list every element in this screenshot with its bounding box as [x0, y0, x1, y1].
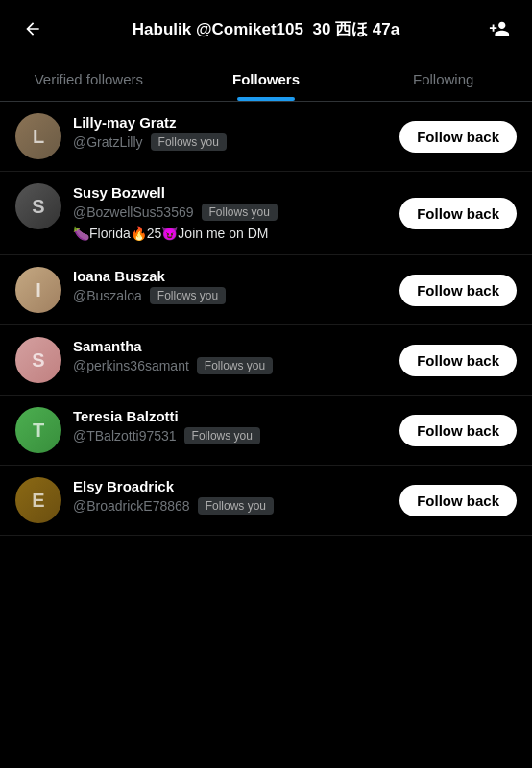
user-handle-row: @perkins36samant Follows you [73, 357, 388, 374]
user-info: Samantha @perkins36samant Follows you [73, 337, 388, 374]
follows-you-badge: Follows you [198, 497, 274, 515]
avatar: T [15, 407, 61, 453]
user-name: Samantha [73, 337, 388, 356]
user-handle-row: @BozwellSus53569 Follows you [73, 204, 388, 221]
user-handle-row: @TBalzotti97531 Follows you [73, 427, 388, 444]
list-item: E Elsy Broadrick @BroadrickE78868 Follow… [0, 466, 532, 536]
user-name: Elsy Broadrick [73, 477, 388, 496]
list-item: S Susy Bozwell @BozwellSus53569 Follows … [0, 172, 532, 255]
user-info: Lilly-may Gratz @GratzLilly Follows you [73, 113, 388, 151]
avatar: S [15, 183, 61, 229]
list-item: T Teresia Balzotti @TBalzotti97531 Follo… [0, 396, 532, 466]
user-name: Susy Bozwell [73, 183, 388, 203]
user-handle-row: @BroadrickE78868 Follows you [73, 497, 388, 515]
follows-you-badge: Follows you [184, 427, 260, 444]
tab-following[interactable]: Following [354, 58, 532, 101]
list-item: S Samantha @perkins36samant Follows you … [0, 325, 532, 396]
follow-back-button[interactable]: Follow back [399, 275, 517, 306]
user-bio: 🍆Florida🔥25😈Join me on DM [73, 225, 388, 244]
user-handle: @BozwellSus53569 [73, 204, 194, 220]
user-list: L Lilly-may Gratz @GratzLilly Follows yo… [0, 102, 532, 536]
user-name: Lilly-may Gratz [73, 113, 388, 132]
header-title: Habulik @Comiket105_30 西ほ 47a [58, 18, 474, 40]
tabs-bar: Verified followers Followers Following [0, 58, 532, 102]
follows-you-badge: Follows you [150, 287, 226, 304]
tab-verified-followers[interactable]: Verified followers [0, 58, 178, 101]
avatar: E [15, 477, 61, 523]
user-handle: @GratzLilly [73, 134, 143, 150]
follow-back-button[interactable]: Follow back [399, 121, 517, 153]
user-handle: @BroadrickE78868 [73, 498, 190, 514]
add-user-button[interactable] [482, 12, 517, 46]
avatar: S [15, 337, 61, 383]
user-handle-row: @GratzLilly Follows you [73, 133, 388, 151]
follow-back-button[interactable]: Follow back [399, 415, 517, 446]
avatar: L [15, 113, 61, 159]
list-item: L Lilly-may Gratz @GratzLilly Follows yo… [0, 102, 532, 172]
follows-you-badge: Follows you [151, 133, 227, 151]
user-handle-row: @Buszaloa Follows you [73, 287, 388, 304]
follows-you-badge: Follows you [197, 357, 273, 374]
user-handle: @TBalzotti97531 [73, 428, 177, 444]
user-info: Elsy Broadrick @BroadrickE78868 Follows … [73, 477, 388, 515]
user-info: Teresia Balzotti @TBalzotti97531 Follows… [73, 407, 388, 444]
follow-back-button[interactable]: Follow back [399, 345, 517, 376]
user-name: Teresia Balzotti [73, 407, 388, 426]
back-button[interactable] [15, 12, 50, 46]
user-handle: @Buszaloa [73, 288, 142, 303]
list-item: I Ioana Buszak @Buszaloa Follows you Fol… [0, 255, 532, 325]
follow-back-button[interactable]: Follow back [399, 198, 517, 229]
user-handle: @perkins36samant [73, 358, 189, 373]
follows-you-badge: Follows you [202, 204, 278, 221]
follow-back-button[interactable]: Follow back [399, 485, 517, 516]
avatar: I [15, 267, 61, 313]
tab-followers[interactable]: Followers [178, 58, 355, 101]
user-info: Ioana Buszak @Buszaloa Follows you [73, 267, 388, 304]
user-name: Ioana Buszak [73, 267, 388, 286]
user-info: Susy Bozwell @BozwellSus53569 Follows yo… [73, 183, 388, 243]
header: Habulik @Comiket105_30 西ほ 47a [0, 0, 532, 58]
